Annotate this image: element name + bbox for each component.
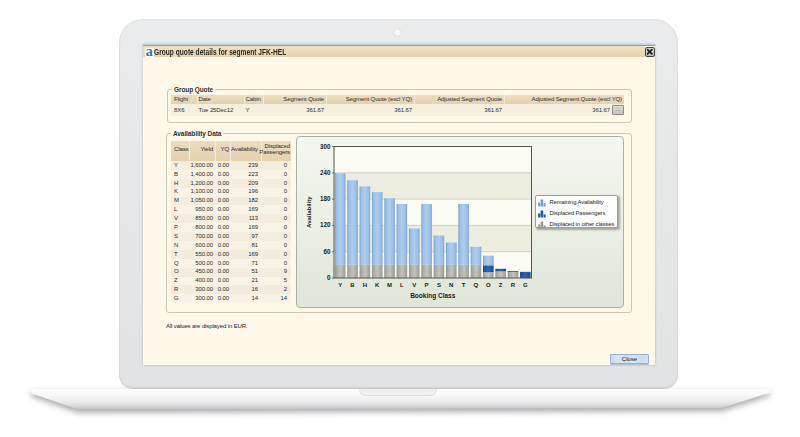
svg-text:G: G (523, 282, 528, 288)
svg-text:R: R (511, 282, 516, 288)
svg-text:Availability: Availability (306, 195, 312, 227)
svg-text:Booking Class: Booking Class (410, 292, 456, 300)
svg-text:Z: Z (499, 282, 503, 288)
svg-text:O: O (486, 282, 491, 288)
svg-text:180: 180 (320, 195, 331, 202)
svg-text:N: N (449, 282, 453, 288)
svg-text:Q: Q (474, 282, 479, 288)
svg-text:H: H (363, 282, 367, 288)
svg-text:S: S (437, 282, 441, 288)
svg-text:M: M (387, 282, 392, 288)
svg-text:120: 120 (320, 221, 331, 228)
svg-text:T: T (462, 282, 466, 288)
svg-text:Y: Y (338, 282, 342, 288)
svg-text:240: 240 (320, 168, 331, 175)
svg-text:P: P (425, 282, 429, 288)
svg-text:60: 60 (323, 247, 331, 254)
svg-text:V: V (412, 282, 416, 288)
svg-text:300: 300 (320, 142, 331, 149)
svg-text:L: L (400, 282, 404, 288)
svg-text:K: K (375, 282, 380, 288)
svg-text:0: 0 (327, 274, 331, 281)
svg-text:B: B (350, 282, 355, 288)
